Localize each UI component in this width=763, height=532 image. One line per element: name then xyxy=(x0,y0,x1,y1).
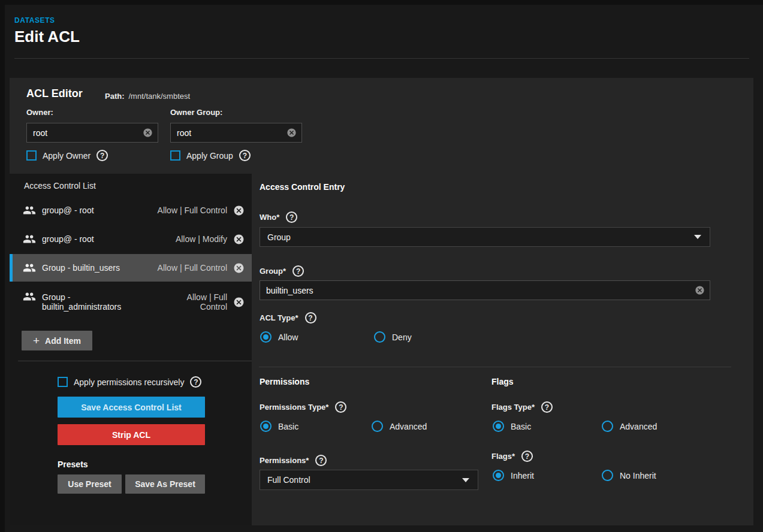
acl-type-help-icon[interactable]: ? xyxy=(305,312,316,324)
radio-allow-label: Allow xyxy=(278,332,298,342)
ace-who: group@ - root xyxy=(42,234,170,244)
apply-owner-help-icon[interactable]: ? xyxy=(96,150,108,161)
radio-flags-basic[interactable]: Basic xyxy=(493,421,531,432)
clear-owner-icon[interactable] xyxy=(143,128,153,138)
owner-group-label: Owner Group: xyxy=(170,108,222,117)
radio-flags-advanced-label: Advanced xyxy=(620,422,657,431)
apply-owner-checkbox[interactable] xyxy=(26,150,37,161)
remove-ace-icon[interactable] xyxy=(233,205,245,216)
flags-type-label: Flags Type* xyxy=(491,403,535,412)
radio-allow[interactable]: Allow xyxy=(260,331,298,343)
chevron-down-icon xyxy=(462,478,469,482)
window-top-edge xyxy=(0,0,763,5)
presets-title: Presets xyxy=(58,460,88,469)
ace-permission: Allow | Full Control xyxy=(172,292,227,312)
radio-permissions-basic-circle[interactable] xyxy=(260,421,272,432)
use-preset-button[interactable]: Use Preset xyxy=(58,474,122,494)
group-help-icon[interactable]: ? xyxy=(292,265,304,277)
radio-deny[interactable]: Deny xyxy=(374,331,412,343)
radio-flags-advanced[interactable]: Advanced xyxy=(602,421,657,432)
divider xyxy=(18,361,252,361)
acl-list-item-selected[interactable]: Group - builtin_users Allow | Full Contr… xyxy=(10,254,252,282)
apply-group-help-icon[interactable]: ? xyxy=(239,150,251,161)
group-icon xyxy=(23,290,36,303)
radio-allow-circle[interactable] xyxy=(260,331,272,343)
ace-permission: Allow | Full Control xyxy=(158,263,227,273)
owner-field-wrap xyxy=(26,123,158,143)
add-item-label: Add Item xyxy=(45,336,81,346)
radio-flags-basic-label: Basic xyxy=(511,422,531,431)
apply-owner-label: Apply Owner xyxy=(43,151,91,161)
who-label: Who* xyxy=(260,213,279,222)
radio-permissions-basic-label: Basic xyxy=(278,422,298,431)
flags-help-icon[interactable]: ? xyxy=(521,451,533,462)
acl-list-title: Access Control List xyxy=(24,181,96,191)
group-label: Group* xyxy=(260,267,286,276)
acl-editor-title: ACL Editor xyxy=(26,87,83,100)
who-help-icon[interactable]: ? xyxy=(286,211,297,223)
permissions-section-title: Permissions xyxy=(260,377,309,386)
radio-inherit-circle[interactable] xyxy=(493,470,504,481)
recursive-help-icon[interactable]: ? xyxy=(190,376,201,388)
acl-list-item[interactable]: Group - builtin_administrators Allow | F… xyxy=(10,283,252,321)
remove-ace-icon[interactable] xyxy=(233,262,245,274)
ace-who: Group - builtin_administrators xyxy=(42,292,147,312)
ace-who: group@ - root xyxy=(42,205,152,215)
flags-type-help-icon[interactable]: ? xyxy=(541,401,553,413)
acl-list-item[interactable]: group@ - root Allow | Full Control xyxy=(10,197,252,224)
permissions-help-icon[interactable]: ? xyxy=(315,455,327,466)
recursive-row: Apply permissions recursively ? xyxy=(58,376,201,388)
who-select[interactable]: Group xyxy=(260,227,710,247)
radio-deny-circle[interactable] xyxy=(374,331,385,343)
acl-editor-header: ACL Editor Path: /mnt/tank/smbtest Owner… xyxy=(10,78,753,174)
breadcrumb-datasets[interactable]: DATASETS xyxy=(14,16,55,25)
radio-flags-advanced-circle[interactable] xyxy=(602,421,613,432)
strip-acl-button[interactable]: Strip ACL xyxy=(58,424,205,445)
group-icon xyxy=(23,204,36,217)
acl-type-label-row: ACL Type* ? xyxy=(260,312,316,324)
apply-owner-row: Apply Owner ? xyxy=(26,150,108,161)
permissions-type-help-icon[interactable]: ? xyxy=(335,401,346,413)
group-input[interactable] xyxy=(260,286,695,295)
radio-permissions-advanced[interactable]: Advanced xyxy=(372,421,427,432)
remove-ace-icon[interactable] xyxy=(233,297,245,308)
acl-list-panel: Access Control List group@ - root Allow … xyxy=(10,174,252,525)
flags-label: Flags* xyxy=(491,452,515,461)
apply-group-label: Apply Group xyxy=(186,151,233,161)
apply-group-checkbox[interactable] xyxy=(170,150,180,161)
add-item-button[interactable]: + Add Item xyxy=(22,331,92,350)
who-value: Group xyxy=(267,232,291,242)
acl-editor-card: ACL Editor Path: /mnt/tank/smbtest Owner… xyxy=(10,78,753,525)
owner-input[interactable] xyxy=(27,128,143,138)
permissions-label-row: Permissions* ? xyxy=(260,455,327,466)
permissions-type-label-row: Permissions Type* ? xyxy=(260,401,346,413)
radio-flags-basic-circle[interactable] xyxy=(493,421,504,432)
owner-group-input[interactable] xyxy=(171,128,286,138)
acl-list-item[interactable]: group@ - root Allow | Modify xyxy=(10,225,252,253)
who-label-row: Who* ? xyxy=(260,211,297,223)
radio-inherit-label: Inherit xyxy=(511,471,534,480)
radio-no-inherit[interactable]: No Inherit xyxy=(602,470,656,481)
radio-permissions-basic[interactable]: Basic xyxy=(260,421,298,432)
group-icon xyxy=(23,232,36,246)
divider xyxy=(14,58,749,59)
save-as-preset-button[interactable]: Save As Preset xyxy=(125,474,205,494)
radio-inherit[interactable]: Inherit xyxy=(493,470,534,481)
remove-ace-icon[interactable] xyxy=(233,234,245,245)
apply-group-row: Apply Group ? xyxy=(170,150,251,161)
clear-group-icon[interactable] xyxy=(695,285,705,295)
window-left-edge xyxy=(0,0,5,532)
recursive-checkbox[interactable] xyxy=(58,377,68,387)
save-acl-button[interactable]: Save Access Control List xyxy=(58,397,205,418)
edit-acl-page: DATASETS Edit ACL ACL Editor Path: /mnt/… xyxy=(0,0,763,532)
clear-owner-group-icon[interactable] xyxy=(286,128,297,138)
permissions-label: Permissions* xyxy=(260,456,309,465)
radio-no-inherit-circle[interactable] xyxy=(602,470,613,481)
dataset-path: Path: /mnt/tank/smbtest xyxy=(105,92,190,101)
permissions-select[interactable]: Full Control xyxy=(260,470,478,490)
group-icon xyxy=(23,261,36,274)
group-label-row: Group* ? xyxy=(260,265,304,277)
radio-permissions-advanced-circle[interactable] xyxy=(372,421,383,432)
permissions-value: Full Control xyxy=(267,475,310,485)
permissions-type-label: Permissions Type* xyxy=(260,403,328,412)
